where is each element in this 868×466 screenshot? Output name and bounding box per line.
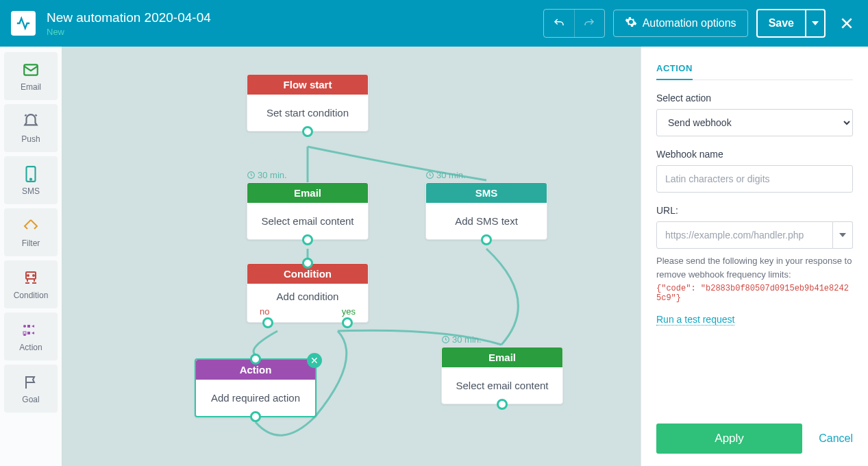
node-email2-title: Email xyxy=(442,347,562,367)
node-sms-title: SMS xyxy=(426,183,547,203)
tool-label-goal: Goal xyxy=(22,395,39,404)
svg-point-4 xyxy=(27,275,29,276)
tool-label-condition: Condition xyxy=(14,291,49,300)
automation-status: New xyxy=(47,27,543,37)
url-dropdown-button[interactable] xyxy=(833,221,853,249)
close-button[interactable] xyxy=(836,13,857,34)
select-action-label: Select action xyxy=(656,93,853,103)
webhook-code: {"code": "b2883b0f80507d0915eb9b41e82425… xyxy=(656,284,853,303)
condition-no-label: no xyxy=(260,306,269,317)
tool-filter[interactable]: Filter xyxy=(4,208,58,256)
tool-goal[interactable]: Goal xyxy=(4,365,58,413)
filter-icon xyxy=(21,217,40,236)
node-email1-title: Email xyxy=(247,183,368,203)
node-sms[interactable]: SMS Add SMS text xyxy=(425,182,547,240)
node-condition-body: Add condition xyxy=(247,284,368,306)
node-email1-delay: 30 min. xyxy=(247,170,287,180)
action-icon xyxy=(21,321,40,340)
node-email2[interactable]: Email Select email content xyxy=(441,347,563,404)
undo-button[interactable] xyxy=(544,10,574,37)
port-no[interactable] xyxy=(262,317,273,328)
node-action[interactable]: ✕ Action Add required action xyxy=(195,358,317,417)
svg-point-5 xyxy=(33,275,34,276)
save-dropdown-button[interactable] xyxy=(805,10,824,36)
url-input[interactable] xyxy=(656,221,833,249)
tool-label-push: Push xyxy=(21,134,40,144)
node-flow-start[interactable]: Flow start Set start condition xyxy=(247,74,369,132)
condition-icon xyxy=(21,269,40,288)
bell-icon xyxy=(21,112,40,132)
webhook-name-label: Webhook name xyxy=(656,149,853,160)
port[interactable] xyxy=(302,258,313,269)
action-panel: ACTION Select action Send webhook Webhoo… xyxy=(641,47,868,466)
node-email1[interactable]: Email Select email content xyxy=(247,182,369,240)
node-condition[interactable]: Condition Add condition no yes xyxy=(247,263,369,323)
automation-options-button[interactable]: Automation options xyxy=(613,10,748,37)
email-icon xyxy=(21,60,40,79)
save-button[interactable]: Save xyxy=(758,10,805,36)
port[interactable] xyxy=(250,411,261,422)
webhook-name-input[interactable] xyxy=(656,165,853,193)
webhook-hint: Please send the following key in your re… xyxy=(656,254,853,281)
tool-condition[interactable]: Condition xyxy=(4,260,58,308)
apply-button[interactable]: Apply xyxy=(656,424,802,454)
condition-yes-label: yes xyxy=(342,306,356,317)
phone-icon xyxy=(21,164,40,184)
node-flow-start-title: Flow start xyxy=(247,75,368,95)
app-logo xyxy=(11,11,36,36)
tool-label-email: Email xyxy=(21,82,41,92)
tool-push[interactable]: Push xyxy=(4,104,58,152)
undo-redo-group xyxy=(543,9,605,38)
redo-button[interactable] xyxy=(574,10,604,37)
node-email2-delay: 30 min. xyxy=(441,334,482,345)
tool-email[interactable]: Email xyxy=(4,52,58,100)
flag-icon xyxy=(21,373,40,392)
svg-rect-7 xyxy=(27,325,30,328)
port[interactable] xyxy=(302,234,313,245)
tool-label-sms: SMS xyxy=(22,186,40,196)
port[interactable] xyxy=(497,399,508,410)
node-toolbar: Email Push SMS Filter Condition Action G… xyxy=(0,47,62,466)
select-action-dropdown[interactable]: Send webhook xyxy=(656,109,853,136)
app-header: New automation 2020-04-04 New Automation… xyxy=(0,0,868,47)
port[interactable] xyxy=(250,354,261,365)
options-label: Automation options xyxy=(643,17,736,29)
node-sms-delay: 30 min. xyxy=(425,170,466,180)
tool-label-action: Action xyxy=(19,343,42,352)
node-delete-button[interactable]: ✕ xyxy=(307,353,322,368)
url-label: URL: xyxy=(656,205,853,216)
tool-sms[interactable]: SMS xyxy=(4,156,58,204)
gear-icon xyxy=(625,16,637,31)
flow-canvas[interactable]: Flow start Set start condition 30 min. E… xyxy=(62,47,641,466)
automation-title[interactable]: New automation 2020-04-04 xyxy=(47,10,543,25)
port[interactable] xyxy=(481,234,492,245)
svg-point-6 xyxy=(23,325,26,328)
tool-label-filter: Filter xyxy=(22,238,40,248)
cancel-button[interactable]: Cancel xyxy=(819,432,853,445)
port-yes[interactable] xyxy=(342,317,353,328)
tool-action[interactable]: Action xyxy=(4,312,58,360)
panel-tab-action[interactable]: ACTION xyxy=(656,63,693,80)
save-button-group: Save xyxy=(756,9,826,38)
svg-point-2 xyxy=(30,179,32,180)
port[interactable] xyxy=(302,126,313,137)
run-test-request-link[interactable]: Run a test request xyxy=(656,314,734,326)
